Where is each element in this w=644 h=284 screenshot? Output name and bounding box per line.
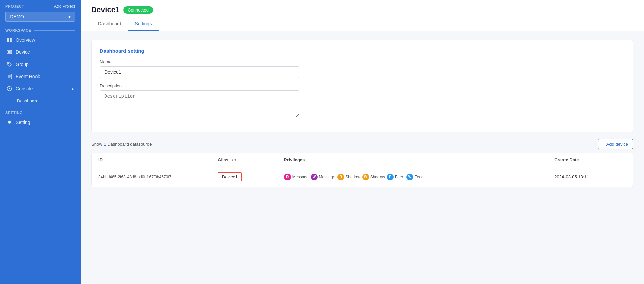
priv-circle-r-feed: R — [387, 174, 394, 180]
sidebar-item-overview[interactable]: Overview — [0, 34, 80, 46]
tag-icon — [7, 62, 12, 67]
project-value: DEMO — [10, 14, 24, 19]
alias-label: Alias — [218, 157, 228, 162]
svg-rect-0 — [7, 38, 9, 40]
priv-text-w-message: Message — [319, 175, 336, 179]
privilege-r-feed: R Feed — [387, 174, 404, 180]
page-header: Device1 Connected Dashboard Settings — [80, 0, 644, 31]
project-section-label: PROJECT — [5, 4, 24, 8]
sidebar-item-setting[interactable]: Setting — [0, 116, 80, 128]
col-header-create-date: Create Date — [548, 153, 633, 167]
sidebar-item-overview-label: Overview — [16, 37, 35, 43]
svg-point-6 — [8, 63, 9, 64]
col-header-privileges: Privileges — [277, 153, 548, 167]
grid-icon — [7, 37, 12, 43]
svg-rect-3 — [10, 40, 12, 42]
main-content: Device1 Connected Dashboard Settings Das… — [80, 0, 644, 284]
privilege-w-feed: W Feed — [406, 174, 423, 180]
sidebar-item-group[interactable]: Group — [0, 58, 80, 70]
settings-card: Dashboard setting Name Description — [91, 40, 633, 132]
device-icon — [7, 49, 12, 55]
datasource-info: Show 1 Dashboard datasource — [91, 141, 152, 147]
sort-icon: ▲▼ — [231, 159, 237, 162]
svg-rect-2 — [7, 40, 9, 42]
show-label: Show — [91, 141, 102, 147]
sidebar-item-console-label: Console — [16, 86, 33, 91]
sidebar-item-dashboard[interactable]: Dashboard — [0, 95, 80, 107]
device-table: ID Alias ▲▼ Privileges Create Date 34bbd… — [92, 153, 633, 187]
priv-text-r-shadow: Shadow — [345, 175, 360, 179]
page-title: Device1 — [91, 5, 119, 14]
setting-section-label: SETTING — [5, 111, 23, 115]
priv-circle-w-message: W — [311, 174, 318, 180]
sidebar-item-dashboard-label: Dashboard — [17, 98, 39, 103]
tab-settings[interactable]: Settings — [128, 18, 159, 31]
sidebar-item-event-hook-label: Event Hook — [16, 74, 40, 79]
sidebar-item-device[interactable]: Device — [0, 46, 80, 58]
priv-text-w-shadow: Shadow — [370, 175, 385, 179]
svg-rect-1 — [10, 38, 12, 40]
sidebar-item-setting-label: Setting — [16, 119, 30, 125]
privilege-w-shadow: W Shadow — [362, 174, 385, 180]
col-header-alias[interactable]: Alias ▲▼ — [211, 153, 277, 167]
description-label: Description — [100, 83, 625, 88]
sidebar-item-device-label: Device — [16, 49, 30, 55]
priv-circle-r-message: R — [284, 174, 291, 180]
chevron-down-icon: ▾ — [68, 14, 71, 19]
tab-bar: Dashboard Settings — [91, 18, 633, 31]
cell-privileges: R Message W Message R — [277, 167, 548, 187]
priv-text-w-feed: Feed — [414, 175, 423, 179]
sidebar: PROJECT + Add Project DEMO ▾ WORKSPACE O… — [0, 0, 80, 284]
svg-rect-5 — [8, 51, 11, 53]
chevron-up-icon: ▴ — [72, 86, 74, 91]
device-table-container: ID Alias ▲▼ Privileges Create Date 34bbd… — [91, 153, 633, 187]
datasource-count: 1 — [104, 141, 106, 147]
svg-point-12 — [9, 88, 10, 89]
privilege-r-message: R Message — [284, 174, 309, 180]
datasource-header: Show 1 Dashboard datasource + Add device — [91, 139, 633, 149]
cell-alias: Device1 — [211, 167, 277, 187]
add-project-button[interactable]: + Add Project — [51, 4, 75, 9]
alias-value: Device1 — [218, 172, 242, 181]
priv-text-r-message: Message — [292, 175, 309, 179]
priv-circle-w-feed: W — [406, 174, 413, 180]
add-device-button[interactable]: + Add device — [598, 139, 633, 149]
tab-dashboard[interactable]: Dashboard — [91, 18, 128, 31]
gear-icon — [7, 119, 12, 125]
privilege-w-message: W Message — [311, 174, 336, 180]
project-dropdown[interactable]: DEMO ▾ — [5, 12, 75, 22]
description-textarea[interactable] — [100, 90, 299, 117]
priv-text-r-feed: Feed — [395, 175, 404, 179]
priv-circle-r-shadow: R — [337, 174, 344, 180]
settings-title: Dashboard setting — [100, 48, 625, 54]
console-icon — [7, 86, 12, 91]
sidebar-item-console[interactable]: Console ▴ — [0, 83, 80, 95]
privilege-r-shadow: R Shadow — [337, 174, 360, 180]
event-icon — [7, 74, 12, 79]
connected-badge: Connected — [123, 6, 153, 14]
cell-id: 34bbd465-2f63-48d8-bd0f-167f0b4670f7 — [92, 167, 211, 187]
name-label: Name — [100, 59, 625, 64]
datasource-label: Dashboard datasource — [107, 141, 152, 147]
workspace-label: WORKSPACE — [5, 28, 31, 32]
sidebar-item-group-label: Group — [16, 62, 29, 67]
sidebar-item-event-hook[interactable]: Event Hook — [0, 70, 80, 83]
cell-create-date: 2024-03-05 13:11 — [548, 167, 633, 187]
priv-circle-w-shadow: W — [362, 174, 369, 180]
content-area: Dashboard setting Name Description Show … — [80, 31, 644, 284]
col-header-id: ID — [92, 153, 211, 167]
table-row: 34bbd465-2f63-48d8-bd0f-167f0b4670f7 Dev… — [92, 167, 633, 187]
name-input[interactable] — [100, 66, 299, 78]
